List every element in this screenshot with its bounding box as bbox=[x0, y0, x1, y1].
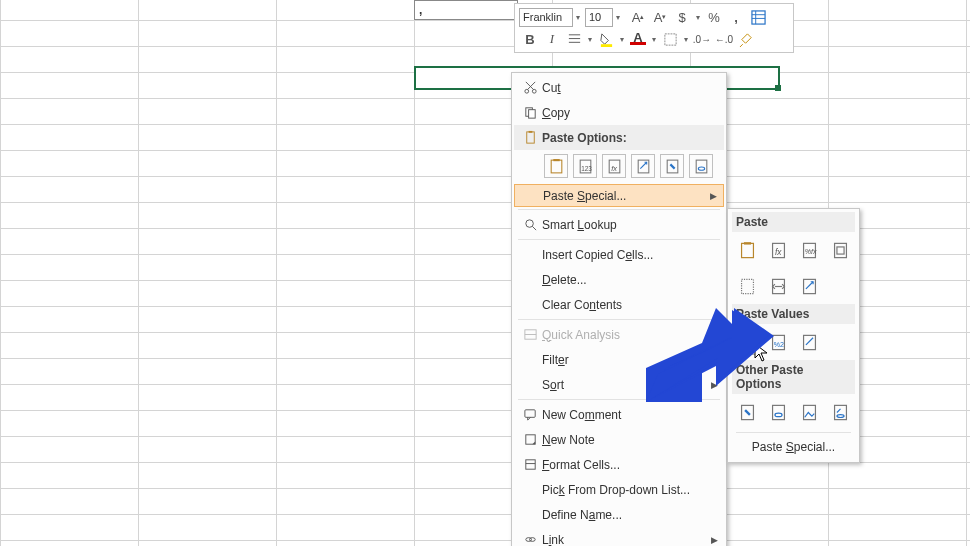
paste-formatting-icon[interactable] bbox=[660, 154, 684, 178]
svg-text:fx: fx bbox=[611, 163, 617, 172]
font-color-caret-icon[interactable]: ▾ bbox=[649, 35, 659, 44]
currency-caret-icon[interactable]: ▾ bbox=[693, 13, 703, 22]
paste-values-123-icon[interactable]: 123 bbox=[573, 154, 597, 178]
paste-keep-source-icon[interactable] bbox=[827, 237, 853, 263]
menu-new-note[interactable]: New Note bbox=[514, 427, 724, 452]
borders-icon[interactable] bbox=[659, 29, 681, 49]
increase-font-icon[interactable]: A▴ bbox=[627, 7, 649, 27]
svg-rect-54 bbox=[803, 335, 815, 349]
svg-line-13 bbox=[525, 82, 533, 90]
comment-icon bbox=[518, 407, 542, 422]
menu-cut[interactable]: Cut bbox=[514, 75, 724, 100]
paste-options-row: 123 fx bbox=[514, 150, 724, 184]
paste-formulas-number-icon[interactable]: %fx bbox=[796, 237, 822, 263]
menu-delete[interactable]: Delete... bbox=[514, 267, 724, 292]
font-color-icon[interactable]: A bbox=[627, 29, 649, 49]
paste-linked-picture-icon[interactable] bbox=[827, 399, 853, 425]
submenu-paste-values-header: Paste Values bbox=[732, 304, 855, 324]
percent-icon[interactable]: % bbox=[703, 7, 725, 27]
menu-copy[interactable]: Copy bbox=[514, 100, 724, 125]
svg-text:fx: fx bbox=[774, 247, 781, 257]
menu-clear-contents[interactable]: Clear Contents bbox=[514, 292, 724, 317]
paste-values-number-fmt-icon[interactable]: %2 bbox=[765, 329, 791, 355]
paste-link-icon[interactable] bbox=[765, 399, 791, 425]
font-name-caret-icon[interactable]: ▾ bbox=[573, 13, 583, 22]
bold-button[interactable]: B bbox=[519, 29, 541, 49]
submenu-paste-special-item[interactable]: Paste Special... bbox=[732, 435, 855, 459]
menu-insert-copied[interactable]: Insert Copied Cells... bbox=[514, 242, 724, 267]
paste-values-source-fmt-icon[interactable] bbox=[796, 329, 822, 355]
svg-point-11 bbox=[532, 89, 536, 93]
menu-sort[interactable]: Sort ▶ bbox=[514, 372, 724, 397]
svg-rect-18 bbox=[551, 160, 562, 173]
fill-color-icon[interactable] bbox=[595, 29, 617, 49]
paste-all-icon[interactable] bbox=[734, 237, 760, 263]
format-cells-dialog-icon[interactable] bbox=[747, 7, 769, 27]
paste-link-icon[interactable] bbox=[689, 154, 713, 178]
increase-decimal-icon[interactable]: .0→ bbox=[691, 29, 713, 49]
decrease-font-icon[interactable]: A▾ bbox=[649, 7, 671, 27]
svg-text:123: 123 bbox=[581, 164, 592, 171]
svg-rect-32 bbox=[524, 410, 534, 418]
paste-picture-icon[interactable] bbox=[796, 399, 822, 425]
svg-point-28 bbox=[525, 220, 533, 228]
paste-transpose-icon[interactable] bbox=[631, 154, 655, 178]
svg-text:%2: %2 bbox=[773, 341, 783, 349]
paste-column-widths-icon[interactable] bbox=[765, 273, 791, 299]
svg-point-27 bbox=[698, 167, 704, 170]
menu-paste-options-header: Paste Options: bbox=[514, 125, 724, 150]
font-name-combo[interactable]: Franklin bbox=[519, 8, 573, 27]
borders-caret-icon[interactable]: ▾ bbox=[681, 35, 691, 44]
menu-link[interactable]: Link ▶ bbox=[514, 527, 724, 546]
align-caret-icon[interactable]: ▾ bbox=[585, 35, 595, 44]
submenu-arrow-icon: ▶ bbox=[711, 380, 718, 390]
svg-rect-8 bbox=[664, 33, 675, 44]
menu-filter[interactable]: Filter ▶ bbox=[514, 347, 724, 372]
decrease-decimal-icon[interactable]: ←.0 bbox=[713, 29, 735, 49]
mini-toolbar: Franklin ▾ 10 ▾ A▴ A▾ $ ▾ % , B I ▾ ▾ A … bbox=[514, 3, 794, 53]
paste-transpose-icon[interactable] bbox=[796, 273, 822, 299]
fill-caret-icon[interactable]: ▾ bbox=[617, 35, 627, 44]
menu-new-comment[interactable]: New Comment bbox=[514, 402, 724, 427]
paste-formatting-only-icon[interactable] bbox=[734, 399, 760, 425]
menu-pick-list[interactable]: Pick From Drop-down List... bbox=[514, 477, 724, 502]
submenu-paste-header: Paste bbox=[732, 212, 855, 232]
paste-formulas-fx-icon[interactable]: fx bbox=[602, 154, 626, 178]
svg-point-57 bbox=[774, 413, 781, 417]
font-size-combo[interactable]: 10 bbox=[585, 8, 613, 27]
svg-rect-45 bbox=[836, 246, 843, 253]
svg-point-60 bbox=[836, 414, 843, 417]
align-icon[interactable] bbox=[563, 29, 585, 49]
svg-line-29 bbox=[532, 226, 536, 230]
format-cells-icon bbox=[518, 457, 542, 472]
svg-rect-39 bbox=[743, 242, 750, 244]
paste-values-only-icon[interactable] bbox=[734, 329, 760, 355]
svg-rect-16 bbox=[526, 132, 534, 143]
copy-icon bbox=[518, 105, 542, 120]
svg-rect-50 bbox=[741, 335, 753, 349]
submenu-arrow-icon: ▶ bbox=[711, 535, 718, 545]
comma-style-icon[interactable]: , bbox=[725, 7, 747, 27]
submenu-arrow-icon: ▶ bbox=[710, 191, 717, 201]
menu-paste-special[interactable]: Paste Special... ▶ bbox=[514, 184, 724, 207]
context-menu: Cut Copy Paste Options: 123 fx Paste Spe… bbox=[511, 72, 727, 546]
menu-smart-lookup[interactable]: Smart Lookup bbox=[514, 212, 724, 237]
font-size-caret-icon[interactable]: ▾ bbox=[613, 13, 623, 22]
note-icon bbox=[518, 432, 542, 447]
svg-point-10 bbox=[524, 89, 528, 93]
link-icon bbox=[518, 532, 542, 546]
format-painter-icon[interactable] bbox=[735, 29, 757, 49]
paste-no-borders-icon[interactable] bbox=[734, 273, 760, 299]
paste-special-submenu: Paste fx %fx Paste Values %2 Other Paste… bbox=[727, 208, 860, 463]
menu-format-cells[interactable]: Format Cells... bbox=[514, 452, 724, 477]
svg-rect-38 bbox=[741, 243, 753, 257]
svg-rect-15 bbox=[528, 110, 535, 118]
menu-define-name[interactable]: Define Name... bbox=[514, 502, 724, 527]
currency-icon[interactable]: $ bbox=[671, 7, 693, 27]
italic-button[interactable]: I bbox=[541, 29, 563, 49]
svg-line-12 bbox=[527, 82, 535, 90]
svg-text:%fx: %fx bbox=[804, 248, 816, 256]
paste-all-icon[interactable] bbox=[544, 154, 568, 178]
paste-formulas-icon[interactable]: fx bbox=[765, 237, 791, 263]
cell-with-data[interactable]: , bbox=[414, 0, 518, 20]
